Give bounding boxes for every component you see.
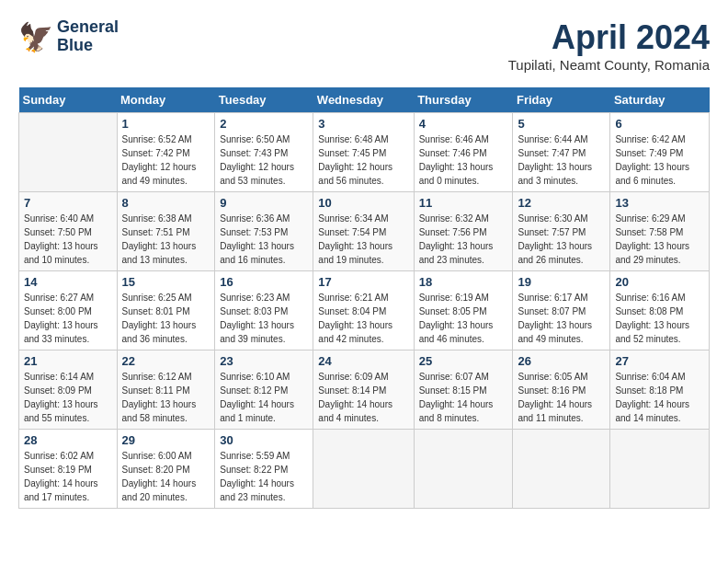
day-info: Sunrise: 6:29 AM Sunset: 7:58 PM Dayligh… <box>615 212 704 267</box>
day-cell: 10Sunrise: 6:34 AM Sunset: 7:54 PM Dayli… <box>313 192 414 271</box>
logo-text: General Blue <box>57 18 119 55</box>
day-cell: 21Sunrise: 6:14 AM Sunset: 8:09 PM Dayli… <box>19 350 118 430</box>
day-cell <box>313 430 414 509</box>
week-row-5: 28Sunrise: 6:02 AM Sunset: 8:19 PM Dayli… <box>19 430 710 509</box>
day-info: Sunrise: 6:42 AM Sunset: 7:49 PM Dayligh… <box>615 132 704 188</box>
day-number: 18 <box>419 275 508 289</box>
day-info: Sunrise: 6:44 AM Sunset: 7:47 PM Dayligh… <box>518 132 605 188</box>
day-cell: 5Sunrise: 6:44 AM Sunset: 7:47 PM Daylig… <box>513 113 610 192</box>
header-cell-monday: Monday <box>117 87 215 113</box>
day-number: 8 <box>122 196 210 210</box>
day-info: Sunrise: 6:46 AM Sunset: 7:46 PM Dayligh… <box>419 132 508 188</box>
day-cell: 12Sunrise: 6:30 AM Sunset: 7:57 PM Dayli… <box>513 192 610 271</box>
day-number: 16 <box>220 275 308 289</box>
day-info: Sunrise: 6:30 AM Sunset: 7:57 PM Dayligh… <box>518 212 605 267</box>
calendar-table: SundayMondayTuesdayWednesdayThursdayFrid… <box>18 87 710 509</box>
day-info: Sunrise: 6:27 AM Sunset: 8:00 PM Dayligh… <box>24 291 112 346</box>
day-info: Sunrise: 6:40 AM Sunset: 7:50 PM Dayligh… <box>24 212 112 267</box>
day-number: 28 <box>24 433 112 447</box>
month-title: April 2024 <box>508 18 710 57</box>
week-row-2: 7Sunrise: 6:40 AM Sunset: 7:50 PM Daylig… <box>19 192 710 271</box>
day-cell: 28Sunrise: 6:02 AM Sunset: 8:19 PM Dayli… <box>19 430 118 509</box>
day-number: 20 <box>615 275 704 289</box>
day-number: 15 <box>122 275 210 289</box>
day-cell: 15Sunrise: 6:25 AM Sunset: 8:01 PM Dayli… <box>117 271 215 350</box>
header-cell-sunday: Sunday <box>19 87 118 113</box>
day-number: 1 <box>122 117 210 131</box>
day-cell: 6Sunrise: 6:42 AM Sunset: 7:49 PM Daylig… <box>610 113 710 192</box>
day-number: 7 <box>24 196 112 210</box>
day-number: 10 <box>318 196 408 210</box>
day-number: 25 <box>419 354 508 368</box>
day-number: 22 <box>122 354 210 368</box>
header-cell-wednesday: Wednesday <box>313 87 414 113</box>
title-area: April 2024 Tupilati, Neamt County, Roman… <box>508 18 710 73</box>
day-number: 26 <box>518 354 605 368</box>
day-info: Sunrise: 6:05 AM Sunset: 8:16 PM Dayligh… <box>518 370 605 425</box>
day-cell: 22Sunrise: 6:12 AM Sunset: 8:11 PM Dayli… <box>117 350 215 430</box>
day-cell: 17Sunrise: 6:21 AM Sunset: 8:04 PM Dayli… <box>313 271 414 350</box>
day-number: 3 <box>318 117 408 131</box>
header: 🦅 General Blue April 2024 Tupilati, Neam… <box>18 18 710 73</box>
day-info: Sunrise: 6:14 AM Sunset: 8:09 PM Dayligh… <box>24 370 112 425</box>
day-cell: 8Sunrise: 6:38 AM Sunset: 7:51 PM Daylig… <box>117 192 215 271</box>
day-cell: 18Sunrise: 6:19 AM Sunset: 8:05 PM Dayli… <box>414 271 513 350</box>
day-info: Sunrise: 5:59 AM Sunset: 8:22 PM Dayligh… <box>220 449 308 504</box>
day-cell <box>414 430 513 509</box>
day-cell: 27Sunrise: 6:04 AM Sunset: 8:18 PM Dayli… <box>610 350 710 430</box>
day-number: 29 <box>122 433 210 447</box>
day-cell: 4Sunrise: 6:46 AM Sunset: 7:46 PM Daylig… <box>414 113 513 192</box>
day-info: Sunrise: 6:17 AM Sunset: 8:07 PM Dayligh… <box>518 291 605 346</box>
day-number: 4 <box>419 117 508 131</box>
day-number: 19 <box>518 275 605 289</box>
day-info: Sunrise: 6:12 AM Sunset: 8:11 PM Dayligh… <box>122 370 210 425</box>
day-info: Sunrise: 6:36 AM Sunset: 7:53 PM Dayligh… <box>220 212 308 267</box>
week-row-1: 1Sunrise: 6:52 AM Sunset: 7:42 PM Daylig… <box>19 113 710 192</box>
day-info: Sunrise: 6:25 AM Sunset: 8:01 PM Dayligh… <box>122 291 210 346</box>
day-cell: 24Sunrise: 6:09 AM Sunset: 8:14 PM Dayli… <box>313 350 414 430</box>
day-number: 14 <box>24 275 112 289</box>
day-number: 21 <box>24 354 112 368</box>
day-info: Sunrise: 6:23 AM Sunset: 8:03 PM Dayligh… <box>220 291 308 346</box>
day-number: 11 <box>419 196 508 210</box>
day-cell: 29Sunrise: 6:00 AM Sunset: 8:20 PM Dayli… <box>117 430 215 509</box>
header-cell-saturday: Saturday <box>610 87 710 113</box>
day-cell: 30Sunrise: 5:59 AM Sunset: 8:22 PM Dayli… <box>215 430 313 509</box>
location-subtitle: Tupilati, Neamt County, Romania <box>508 57 710 73</box>
day-info: Sunrise: 6:10 AM Sunset: 8:12 PM Dayligh… <box>220 370 308 425</box>
day-number: 6 <box>615 117 704 131</box>
day-cell: 14Sunrise: 6:27 AM Sunset: 8:00 PM Dayli… <box>19 271 118 350</box>
header-cell-thursday: Thursday <box>414 87 513 113</box>
header-row: SundayMondayTuesdayWednesdayThursdayFrid… <box>19 87 710 113</box>
week-row-4: 21Sunrise: 6:14 AM Sunset: 8:09 PM Dayli… <box>19 350 710 430</box>
day-info: Sunrise: 6:09 AM Sunset: 8:14 PM Dayligh… <box>318 370 408 425</box>
logo-line1: General <box>57 18 119 37</box>
day-info: Sunrise: 6:32 AM Sunset: 7:56 PM Dayligh… <box>419 212 508 267</box>
day-cell: 1Sunrise: 6:52 AM Sunset: 7:42 PM Daylig… <box>117 113 215 192</box>
day-number: 23 <box>220 354 308 368</box>
day-info: Sunrise: 6:34 AM Sunset: 7:54 PM Dayligh… <box>318 212 408 267</box>
logo: 🦅 General Blue <box>18 18 119 55</box>
day-info: Sunrise: 6:48 AM Sunset: 7:45 PM Dayligh… <box>318 132 408 188</box>
day-cell: 9Sunrise: 6:36 AM Sunset: 7:53 PM Daylig… <box>215 192 313 271</box>
day-number: 5 <box>518 117 605 131</box>
day-cell: 23Sunrise: 6:10 AM Sunset: 8:12 PM Dayli… <box>215 350 313 430</box>
header-cell-friday: Friday <box>513 87 610 113</box>
day-cell <box>610 430 710 509</box>
week-row-3: 14Sunrise: 6:27 AM Sunset: 8:00 PM Dayli… <box>19 271 710 350</box>
day-info: Sunrise: 6:00 AM Sunset: 8:20 PM Dayligh… <box>122 449 210 504</box>
day-cell: 16Sunrise: 6:23 AM Sunset: 8:03 PM Dayli… <box>215 271 313 350</box>
header-cell-tuesday: Tuesday <box>215 87 313 113</box>
day-cell <box>513 430 610 509</box>
day-info: Sunrise: 6:02 AM Sunset: 8:19 PM Dayligh… <box>24 449 112 504</box>
day-cell: 20Sunrise: 6:16 AM Sunset: 8:08 PM Dayli… <box>610 271 710 350</box>
day-cell: 25Sunrise: 6:07 AM Sunset: 8:15 PM Dayli… <box>414 350 513 430</box>
day-cell: 11Sunrise: 6:32 AM Sunset: 7:56 PM Dayli… <box>414 192 513 271</box>
calendar-header: SundayMondayTuesdayWednesdayThursdayFrid… <box>19 87 710 113</box>
day-number: 17 <box>318 275 408 289</box>
day-number: 30 <box>220 433 308 447</box>
day-number: 24 <box>318 354 408 368</box>
logo-icon: 🦅 <box>18 20 51 53</box>
day-cell: 3Sunrise: 6:48 AM Sunset: 7:45 PM Daylig… <box>313 113 414 192</box>
day-info: Sunrise: 6:16 AM Sunset: 8:08 PM Dayligh… <box>615 291 704 346</box>
